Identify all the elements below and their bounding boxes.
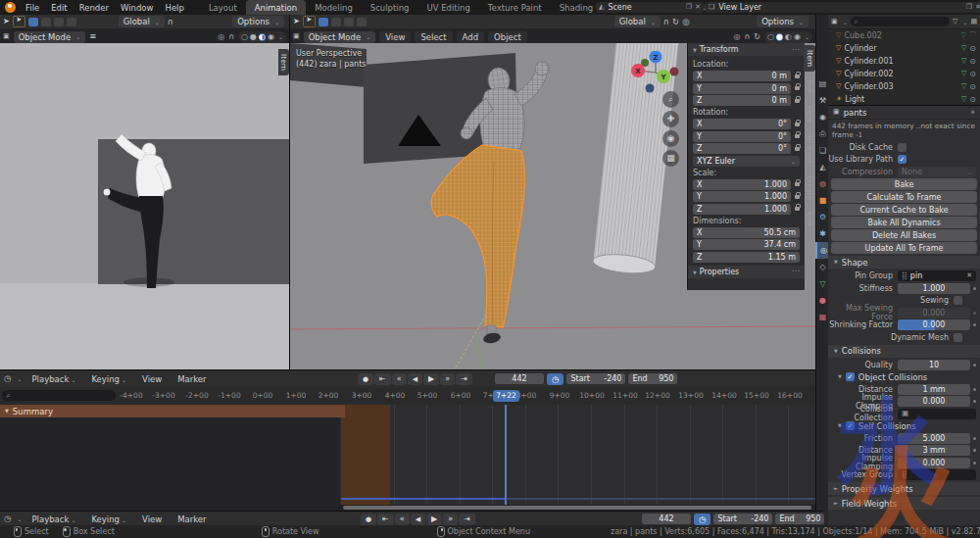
shading-rendered-icon[interactable]: ◉: [794, 33, 801, 41]
collapse-icon[interactable]: ▼: [834, 260, 838, 265]
frame-end-field[interactable]: End950: [775, 514, 824, 524]
dimensions-z-field[interactable]: Z1.15 m: [693, 252, 800, 263]
active-tool-icon[interactable]: ➤: [293, 18, 300, 25]
sidebar-tab-view[interactable]: View: [804, 100, 815, 127]
filter-icon[interactable]: ▽: [953, 19, 957, 25]
dynamic-mesh-checkbox[interactable]: [954, 333, 962, 342]
object-collisions-checkbox[interactable]: ✓: [846, 372, 855, 381]
lock-icon[interactable]: [795, 147, 800, 151]
current-cache-to-bake-button[interactable]: Current Cache to Bake: [831, 204, 977, 216]
center-viewport-canvas[interactable]: User Perspective (442) zara | pants X Z …: [290, 43, 815, 369]
menu-view[interactable]: View: [136, 514, 168, 524]
sidebar-tab-edit[interactable]: Edit: [804, 207, 815, 231]
menu-marker[interactable]: Marker: [172, 514, 212, 524]
prev-keyframe-button[interactable]: «: [395, 514, 410, 525]
options-dropdown[interactable]: Options⌄: [232, 16, 284, 27]
select-box-mode-icon[interactable]: [28, 18, 38, 26]
auto-key-button[interactable]: ●: [361, 514, 376, 525]
transform-panel-header[interactable]: ▼Transform ⋯: [688, 43, 805, 56]
shading-rendered-icon[interactable]: ◉: [268, 33, 274, 41]
current-frame-field[interactable]: 442: [495, 373, 544, 384]
summary-channel[interactable]: ▼ Summary: [0, 405, 345, 417]
lock-icon[interactable]: [795, 182, 800, 186]
proportional-edit-icon[interactable]: ↻: [672, 18, 679, 26]
timeline-ruler[interactable]: ⌕ -4+00 -3+00 -2+00 -1+00 0+00 1+00 2+00…: [0, 387, 815, 406]
jump-to-end-button[interactable]: ⇥: [456, 373, 472, 385]
object-name[interactable]: Cylinder.002: [844, 70, 958, 78]
bake-button[interactable]: Bake: [831, 178, 977, 190]
shading-wireframe-icon[interactable]: ○: [241, 33, 248, 41]
timeline-main[interactable]: ▼ Summary: [0, 405, 815, 505]
collisions-section-header[interactable]: ▼Collisions: [828, 345, 980, 358]
sewing-checkbox[interactable]: [954, 296, 962, 305]
rotation-x-field[interactable]: X0°: [693, 119, 791, 129]
vertex-group-field[interactable]: ⣿: [898, 469, 976, 480]
menu-help[interactable]: Help: [159, 3, 189, 13]
object-name[interactable]: Light: [845, 95, 958, 104]
frame-end-field[interactable]: End950: [628, 373, 677, 384]
menu-keying[interactable]: Keying⌄: [85, 514, 132, 524]
sidebar-tab-item[interactable]: Item: [804, 45, 815, 72]
menu-view[interactable]: View: [379, 31, 411, 43]
outliner-item-cube002[interactable]: ▽ Cube.002 ▽ ⌒: [828, 29, 980, 42]
stiffness-field[interactable]: 1.000: [898, 283, 970, 294]
collision-collection-field[interactable]: ▣: [898, 409, 976, 419]
lock-icon[interactable]: [795, 99, 800, 103]
breadcrumb-object-name[interactable]: pants: [844, 108, 967, 118]
current-frame-field[interactable]: 442: [642, 514, 691, 524]
pin-group-field[interactable]: ⣿pin✕: [898, 270, 976, 281]
object-name[interactable]: Cylinder.003: [844, 82, 958, 91]
collapse-icon[interactable]: ▼: [838, 374, 842, 379]
menu-file[interactable]: File: [20, 3, 45, 13]
mode-dropdown[interactable]: Object Mode⌄: [14, 31, 86, 43]
quality-field[interactable]: 10: [898, 360, 970, 370]
bake-all-dynamics-button[interactable]: Bake All Dynamics: [831, 217, 977, 228]
lock-icon[interactable]: [795, 195, 800, 199]
eye-icon[interactable]: ⊙: [969, 58, 976, 66]
use-preview-range-button[interactable]: ◷: [694, 514, 710, 525]
menu-select[interactable]: Select: [415, 31, 452, 43]
object-name[interactable]: Cube.002: [844, 31, 957, 40]
tab-animation[interactable]: Animation: [246, 0, 306, 15]
collapse-icon[interactable]: ▼: [693, 48, 697, 53]
editor-type-icon[interactable]: ◷: [4, 514, 11, 523]
menu-keying[interactable]: Keying⌄: [85, 374, 132, 384]
pan-view-icon[interactable]: ✚: [662, 111, 679, 127]
location-z-field[interactable]: Z0 m: [693, 95, 791, 106]
summary-label[interactable]: Summary: [13, 407, 53, 416]
editor-type-icon[interactable]: ◷: [4, 374, 11, 383]
dimensions-x-field[interactable]: X50.5 cm: [693, 227, 800, 238]
animate-dot-icon[interactable]: [973, 287, 976, 290]
menu-edit[interactable]: Edit: [45, 3, 73, 13]
next-keyframe-button[interactable]: »: [440, 373, 455, 385]
animate-dot-icon[interactable]: [973, 312, 976, 315]
frame-start-field[interactable]: Start-240: [713, 514, 772, 524]
hide-icon[interactable]: ⌒: [969, 32, 976, 39]
impulse-clamping-field[interactable]: 0.000: [898, 396, 970, 407]
tab-shading[interactable]: Shading: [551, 0, 603, 15]
scale-x-field[interactable]: X1.000: [693, 179, 791, 190]
tab-modeling[interactable]: Modeling: [306, 0, 362, 15]
scene-name[interactable]: Scene: [608, 3, 685, 12]
close-scene-icon[interactable]: ✕: [695, 4, 701, 11]
shading-solid-icon[interactable]: ●: [776, 33, 783, 41]
outliner-item-light[interactable]: ☀ Light ▽ ⊙: [828, 93, 980, 106]
panel-options-icon[interactable]: ⋯: [792, 268, 800, 275]
eye-icon[interactable]: ⊙: [969, 71, 976, 78]
current-frame-badge[interactable]: 7+22: [493, 390, 519, 402]
self-impulse-clamping-field[interactable]: 0.000: [898, 458, 970, 468]
play-button[interactable]: ▶: [426, 514, 442, 525]
orientation-dropdown[interactable]: Global⌄: [119, 16, 165, 27]
playhead-line[interactable]: [505, 405, 507, 505]
animate-dot-icon[interactable]: [973, 323, 976, 326]
auto-key-button[interactable]: ●: [358, 373, 373, 385]
lock-icon[interactable]: [795, 122, 800, 126]
jump-to-start-button[interactable]: ⇤: [374, 373, 391, 385]
display-mode-icon[interactable]: ▣: [831, 19, 838, 25]
outliner-item-cylinder002[interactable]: ▽ Cylinder.002 ▽ ⊙: [828, 68, 980, 80]
play-button[interactable]: ▶: [423, 373, 439, 385]
outliner-item-cylinder[interactable]: ▽ Cylinder ▽ ⊙: [828, 42, 980, 55]
menu-view[interactable]: View: [136, 374, 168, 384]
select-invert-mode-icon[interactable]: [67, 18, 76, 26]
tweak-tool-icon[interactable]: ➤: [13, 16, 25, 27]
